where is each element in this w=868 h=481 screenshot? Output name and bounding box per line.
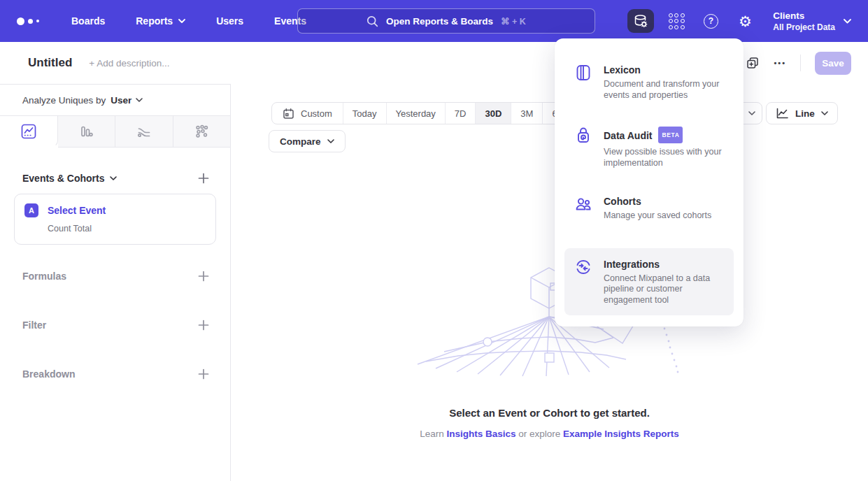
more-options-button[interactable]: ••• <box>774 59 786 67</box>
chevron-down-icon <box>844 19 851 24</box>
chevron-down-icon <box>327 139 334 143</box>
nav-item-boards[interactable]: Boards <box>71 15 105 27</box>
insights-basics-link[interactable]: Insights Basics <box>446 429 515 439</box>
chevron-down-icon <box>110 176 117 180</box>
gear-icon: ⚙ <box>739 14 752 29</box>
duplicate-button[interactable] <box>746 56 760 70</box>
tab-scatter-chart[interactable] <box>173 116 231 148</box>
chart-type-dropdown[interactable]: Line <box>766 102 838 124</box>
plus-icon <box>198 320 209 331</box>
visualization-tabs <box>0 115 230 148</box>
events-cohorts-toggle[interactable]: Events & Cohorts <box>22 173 117 184</box>
events-cohorts-header: Events & Cohorts <box>0 173 230 184</box>
add-formula-button[interactable] <box>198 271 209 282</box>
line-chart-icon <box>21 124 36 139</box>
ellipsis-icon: ••• <box>774 59 786 67</box>
top-nav: Boards Reports Users Events Open Reports… <box>0 0 868 42</box>
search-icon <box>367 15 378 27</box>
calendar-icon <box>283 108 294 120</box>
beta-badge: BETA <box>658 127 683 143</box>
chevron-down-icon <box>821 111 828 115</box>
analyze-value-dropdown[interactable]: User <box>111 95 143 106</box>
plus-icon <box>198 368 209 380</box>
report-title[interactable]: Untitled <box>28 56 72 70</box>
empty-state-title: Select an Event or Cohort to get started… <box>231 407 868 419</box>
menu-item-integrations[interactable]: Integrations Connect Mixpanel to a data … <box>564 248 734 316</box>
date-range-3m[interactable]: 3M <box>511 103 542 124</box>
save-button[interactable]: Save <box>815 52 851 75</box>
integrations-sync-icon <box>574 258 592 306</box>
grid-icon <box>669 13 685 29</box>
help-button[interactable]: ? <box>699 9 723 33</box>
report-canvas: Custom Today Yesterday 7D 30D 3M 6M Line <box>231 84 868 481</box>
report-description-placeholder[interactable]: + Add description... <box>89 58 169 69</box>
date-range-yesterday[interactable]: Yesterday <box>386 103 445 124</box>
date-range-custom[interactable]: Custom <box>272 103 343 124</box>
date-range-30d[interactable]: 30D <box>475 103 511 124</box>
count-total-selector[interactable]: Count Total <box>48 224 206 234</box>
project-name: All Project Data <box>773 22 835 32</box>
database-gear-icon <box>633 13 648 29</box>
menu-item-cohorts[interactable]: Cohorts Manage your saved cohorts <box>564 195 734 222</box>
analyze-label: Analyze Uniques by <box>22 95 106 106</box>
apps-grid-button[interactable] <box>664 9 688 33</box>
menu-item-lexicon[interactable]: Lexicon Document and transform your even… <box>564 64 734 101</box>
event-badge: A <box>24 203 38 217</box>
chevron-down-icon <box>748 111 755 115</box>
search-placeholder: Open Reports & Boards <box>386 16 493 27</box>
plus-icon <box>198 271 209 282</box>
search-bar[interactable]: Open Reports & Boards ⌘ + K <box>297 8 595 34</box>
duplicate-icon <box>746 56 760 70</box>
mixpanel-app: Boards Reports Users Events Open Reports… <box>0 0 868 481</box>
example-insights-reports-link[interactable]: Example Insights Reports <box>563 429 679 439</box>
date-range-7d[interactable]: 7D <box>445 103 476 124</box>
add-event-button[interactable] <box>198 173 209 184</box>
tab-line-chart[interactable] <box>0 116 58 148</box>
section-formulas: Formulas <box>0 268 230 284</box>
section-breakdown: Breakdown <box>0 366 230 382</box>
settings-button[interactable]: ⚙ <box>733 9 757 33</box>
nav-item-users[interactable]: Users <box>216 15 243 27</box>
empty-state-subtitle: Learn Insights Basics or explore Example… <box>231 429 868 439</box>
nav-item-reports[interactable]: Reports <box>136 15 185 27</box>
mixpanel-logo-icon[interactable] <box>17 17 46 25</box>
chevron-down-icon <box>178 19 185 23</box>
primary-nav: Boards Reports Users Events <box>71 15 306 27</box>
scatter-icon <box>194 124 209 139</box>
select-event-label: Select Event <box>48 205 106 216</box>
add-breakdown-button[interactable] <box>198 368 209 380</box>
analyze-row: Analyze Uniques by User <box>0 84 230 115</box>
compare-dropdown[interactable]: Compare <box>269 130 346 152</box>
report-actions: ••• Save <box>746 52 851 75</box>
help-icon: ? <box>704 14 718 29</box>
tab-flow-chart[interactable] <box>115 116 173 148</box>
data-management-dropdown: Lexicon Document and transform your even… <box>555 38 744 326</box>
add-filter-button[interactable] <box>198 320 209 331</box>
tab-bar-chart[interactable] <box>58 116 116 148</box>
date-range-today[interactable]: Today <box>343 103 386 124</box>
data-management-button[interactable] <box>627 9 654 33</box>
lexicon-book-icon <box>574 64 592 101</box>
select-event-row[interactable]: A Select Event <box>24 203 206 217</box>
plus-icon <box>198 173 209 184</box>
nav-right-actions: ? ⚙ Clients All Project Data <box>627 9 851 33</box>
cohorts-people-icon <box>574 195 592 222</box>
date-range-more-dropdown[interactable] <box>741 103 762 124</box>
menu-item-data-audit[interactable]: Data Audit BETA View possible issues wit… <box>564 127 734 168</box>
line-chart-icon <box>776 107 789 120</box>
data-audit-icon <box>574 127 592 168</box>
chevron-down-icon <box>136 98 143 102</box>
bar-chart-icon <box>78 124 94 139</box>
project-selector[interactable]: Clients All Project Data <box>773 10 851 32</box>
org-name: Clients <box>773 10 835 21</box>
divider <box>800 55 801 71</box>
event-card: A Select Event Count Total <box>14 194 216 245</box>
section-filter: Filter <box>0 317 230 333</box>
flow-icon <box>136 124 152 139</box>
search-shortcut: ⌘ + K <box>501 16 526 27</box>
query-sidebar: Analyze Uniques by User <box>0 84 231 481</box>
query-sections: Formulas Filter Breakdown <box>0 268 230 382</box>
